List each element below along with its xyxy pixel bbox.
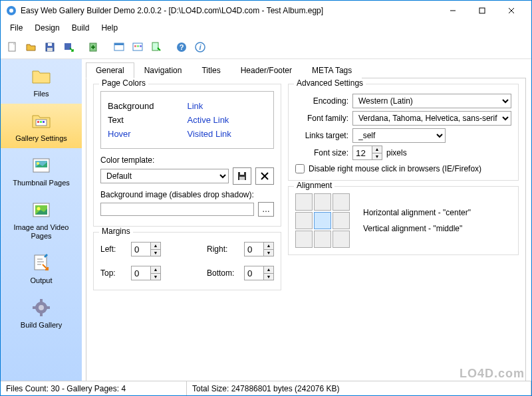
encoding-select[interactable]: Western (Latin) (352, 94, 511, 108)
sidebar-item-image-video-pages[interactable]: Image and Video Pages (1, 193, 82, 246)
font-size-spinner[interactable]: ▲▼ (352, 146, 382, 160)
margin-right-spinner[interactable]: ▲▼ (244, 242, 274, 256)
save-button[interactable] (41, 38, 59, 56)
sidebar-item-label: Build Gallery (3, 321, 79, 330)
background-image-input[interactable] (100, 203, 254, 216)
group-title: Margins (99, 227, 133, 236)
color-active-link[interactable]: Active Link (188, 115, 267, 125)
tab-titles[interactable]: Titles (192, 62, 230, 78)
svg-point-1 (9, 9, 13, 13)
svg-rect-8 (48, 43, 52, 46)
sidebar-item-build-gallery[interactable]: Build Gallery (1, 290, 82, 335)
delete-template-button[interactable] (255, 167, 274, 185)
align-middle-right[interactable] (332, 212, 350, 229)
menu-build[interactable]: Build (66, 22, 95, 34)
font-family-select[interactable]: Verdana, Tahoma, Helvetica, sans-serif (352, 111, 511, 126)
disable-right-click-checkbox[interactable] (295, 164, 305, 173)
sidebar-item-gallery-settings[interactable]: Gallery Settings (1, 104, 82, 148)
svg-rect-17 (140, 45, 142, 47)
image-video-icon (31, 199, 52, 221)
tab-header-footer[interactable]: Header/Footer (231, 62, 302, 78)
advanced-settings-group: Advanced Settings Encoding:Western (Lati… (288, 84, 519, 181)
grid-button[interactable] (128, 38, 147, 56)
margin-left-spinner[interactable]: ▲▼ (131, 242, 161, 256)
align-bottom-left[interactable] (295, 231, 313, 248)
svg-rect-9 (47, 48, 53, 51)
sidebar-item-files[interactable]: Files (1, 59, 82, 104)
svg-rect-37 (40, 313, 43, 316)
margin-bottom-spinner[interactable]: ▲▼ (244, 266, 274, 280)
encoding-label: Encoding: (295, 96, 348, 106)
browse-button[interactable]: … (258, 202, 274, 217)
add-button[interactable] (84, 38, 103, 56)
window-button[interactable] (110, 38, 128, 56)
help-button[interactable]: ? (172, 38, 191, 56)
spin-up-icon[interactable]: ▲ (151, 243, 160, 250)
save-as-button[interactable] (59, 38, 78, 56)
spin-up-icon[interactable]: ▲ (372, 146, 382, 153)
sidebar-item-label: Files (3, 90, 79, 98)
align-middle-left[interactable] (295, 212, 313, 229)
align-middle-center[interactable] (314, 212, 331, 229)
menubar: File Design Build Help (1, 21, 531, 35)
svg-rect-38 (33, 306, 36, 309)
close-button[interactable] (497, 1, 526, 21)
menu-help[interactable]: Help (96, 22, 123, 34)
about-button[interactable]: i (191, 38, 209, 56)
tab-bar: General Navigation Titles Header/Footer … (86, 62, 526, 78)
color-text[interactable]: Text (108, 115, 188, 125)
color-template-select[interactable]: Default (100, 169, 229, 183)
statusbar: Files Count: 30 - Gallery Pages: 4 Total… (1, 381, 531, 395)
gear-icon (31, 297, 52, 318)
svg-rect-13 (114, 43, 124, 45)
color-visited-link[interactable]: Visited Link (188, 129, 267, 139)
spin-down-icon[interactable]: ▼ (372, 153, 382, 160)
align-top-center[interactable] (314, 193, 331, 211)
spin-up-icon[interactable]: ▲ (264, 243, 273, 250)
align-top-left[interactable] (295, 193, 313, 211)
status-total-size: Total Size: 247886801 bytes (242076 KB) (187, 381, 531, 395)
svg-text:i: i (199, 43, 201, 51)
spin-down-icon[interactable]: ▼ (151, 250, 160, 256)
sidebar-item-output[interactable]: Output (1, 246, 82, 290)
color-hover[interactable]: Hover (108, 129, 188, 139)
spin-down-icon[interactable]: ▼ (151, 274, 160, 280)
svg-point-35 (39, 305, 44, 310)
svg-rect-24 (37, 121, 39, 123)
minimize-button[interactable] (438, 1, 467, 21)
spin-up-icon[interactable]: ▲ (151, 266, 160, 274)
spin-down-icon[interactable]: ▼ (264, 250, 273, 256)
svg-rect-41 (240, 172, 244, 175)
preview-button[interactable] (147, 38, 166, 56)
links-target-select[interactable]: _self (352, 128, 446, 143)
menu-file[interactable]: File (5, 22, 28, 34)
svg-rect-18 (152, 43, 158, 50)
align-bottom-right[interactable] (332, 231, 350, 248)
tab-meta-tags[interactable]: META Tags (302, 62, 362, 78)
sidebar-item-thumbnail-pages[interactable]: Thumbnail Pages (1, 148, 82, 193)
spin-down-icon[interactable]: ▼ (264, 274, 273, 280)
color-link[interactable]: Link (188, 101, 267, 111)
sidebar-item-label: Image and Video Pages (3, 223, 79, 241)
save-template-button[interactable] (233, 167, 251, 185)
margin-top-label: Top: (100, 268, 127, 278)
tab-general[interactable]: General (86, 62, 134, 78)
open-button[interactable] (22, 38, 41, 56)
margin-top-spinner[interactable]: ▲▼ (131, 266, 161, 280)
spin-up-icon[interactable]: ▲ (264, 266, 273, 274)
tab-navigation[interactable]: Navigation (134, 62, 192, 78)
align-top-right[interactable] (332, 193, 350, 211)
page-colors-group: Page Colors Background Link Text Active … (93, 84, 281, 227)
align-bottom-center[interactable] (314, 231, 331, 248)
color-background[interactable]: Background (108, 101, 188, 111)
watermark: LO4D.com (460, 367, 525, 381)
svg-rect-42 (239, 177, 245, 180)
new-button[interactable] (3, 38, 22, 56)
svg-rect-16 (137, 45, 139, 47)
group-title: Alignment (294, 181, 334, 190)
maximize-button[interactable] (467, 1, 497, 21)
menu-design[interactable]: Design (29, 22, 65, 34)
margin-left-label: Left: (100, 245, 127, 254)
sidebar-item-label: Gallery Settings (3, 134, 79, 143)
sidebar: Files Gallery Settings Thumbnail Pages I… (1, 59, 82, 381)
